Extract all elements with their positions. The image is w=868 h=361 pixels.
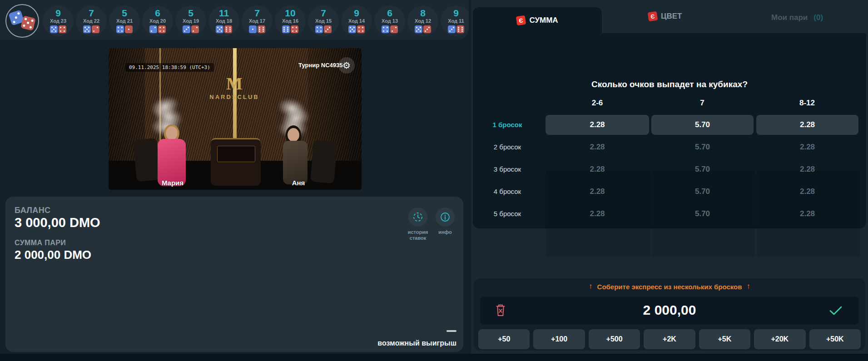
odds-button-2-6[interactable]: 2.28 (546, 182, 649, 202)
roll-history-item[interactable]: 6Ход 13 (374, 2, 405, 38)
odds-button-7[interactable]: 5.70 (651, 115, 754, 135)
column-header-2-6: 2-6 (592, 99, 603, 108)
confirm-bet-button[interactable] (829, 306, 843, 316)
possible-win-value-placeholder (446, 330, 456, 332)
bet-history-button[interactable] (408, 208, 427, 227)
backgammon-board (217, 146, 255, 162)
odds-button-7[interactable]: 5.70 (651, 204, 754, 224)
roll-total: 11 (219, 8, 229, 18)
chip-button-500[interactable]: +500 (589, 329, 640, 349)
roll-history-item[interactable]: 9Ход 11 (441, 2, 469, 38)
roll-history-item[interactable]: 6Ход 20 (142, 2, 173, 38)
blue-die-icon (282, 25, 290, 33)
up-arrow-icon: ↑ (746, 282, 750, 291)
odds-button-2-6[interactable]: 2.28 (546, 137, 649, 157)
odds-button-7[interactable]: 5.70 (651, 182, 754, 202)
odds-button-8-12[interactable]: 2.28 (756, 204, 858, 224)
tab-my-bets[interactable]: Мои пари (0) (771, 13, 823, 22)
red-die-icon (158, 25, 166, 33)
roll-total: 8 (420, 8, 426, 18)
chip-button-5K[interactable]: +5K (699, 329, 750, 349)
roll-history-item[interactable]: 7Ход 17 (242, 2, 273, 38)
chip-button-50K[interactable]: +50K (809, 329, 861, 349)
player-name-left: Мария (162, 179, 184, 187)
odds-button-8-12[interactable]: 2.28 (756, 115, 858, 135)
odds-button-2-6[interactable]: 2.28 (546, 204, 649, 224)
roll-dice (50, 25, 66, 33)
roll-history-item[interactable]: 7Ход 15 (308, 2, 339, 38)
roll-move-label: Ход 11 (448, 18, 464, 24)
stake-sum-value: 2 000,00 DMO (15, 248, 91, 262)
tab-summa-label: СУММА (529, 16, 558, 25)
roll-dice (415, 25, 431, 33)
table-brand-logo: M NARDSCLUB (206, 74, 263, 100)
roll-total: 9 (55, 8, 61, 18)
odds-button-2-6[interactable]: 2.28 (546, 115, 649, 135)
chip-button-20K[interactable]: +20K (754, 329, 805, 349)
chip-button-50[interactable]: +50 (478, 329, 530, 349)
throw-count-label: 4 бросок (471, 182, 544, 202)
brand-mark: M (206, 74, 263, 93)
player-name-right: Аня (292, 179, 305, 187)
chip-button-2K[interactable]: +2K (644, 329, 695, 349)
odds-button-8-12[interactable]: 2.28 (756, 137, 858, 157)
tab-my-bets-label: Мои пари (771, 13, 808, 22)
dice-mode-button[interactable] (5, 4, 39, 38)
bottom-bar (0, 354, 868, 361)
odds-button-8-12[interactable]: 2.28 (756, 182, 858, 202)
tab-summa[interactable]: Є СУММА (471, 7, 604, 33)
red-die-icon (390, 25, 398, 33)
roll-history-list: 9Ход 237Ход 225Ход 216Ход 205Ход 1911Ход… (43, 2, 469, 38)
gear-icon[interactable]: ⚙ (338, 57, 355, 74)
roll-total: 9 (453, 8, 459, 18)
odds-button-2-6[interactable]: 2.28 (546, 159, 649, 179)
red-die-icon (423, 25, 431, 33)
info-button[interactable] (436, 208, 455, 227)
roll-dice (282, 25, 298, 33)
roll-history-item[interactable]: 5Ход 19 (175, 2, 206, 38)
balance-value: 3 000,00 DMO (15, 215, 100, 230)
roll-move-label: Ход 13 (382, 18, 398, 24)
blue-die-icon (149, 25, 157, 33)
video-stream: M NARDSCLUB 09.11.2025 18:38: (109, 48, 362, 190)
bet-amount-input[interactable]: 2 000,00 (480, 302, 859, 318)
red-die-icon (125, 25, 133, 33)
red-die-icon (191, 25, 199, 33)
odds-button-7[interactable]: 5.70 (651, 159, 754, 179)
roll-history-item[interactable]: 10Ход 16 (275, 2, 306, 38)
red-die-icon (357, 25, 365, 33)
info-button-label: инфо (427, 229, 463, 235)
roll-history-item[interactable]: 5Ход 21 (109, 2, 140, 38)
my-bets-count: (0) (813, 13, 823, 22)
roll-total: 6 (155, 8, 160, 18)
column-header-8-12: 8-12 (799, 99, 815, 108)
balance-label: БАЛАНС (15, 206, 51, 215)
odds-button-7[interactable]: 5.70 (651, 137, 754, 157)
roll-total: 7 (254, 8, 260, 18)
roll-move-label: Ход 20 (149, 18, 166, 24)
odds-row-3-бросок: 3 бросок2.285.702.28 (471, 159, 868, 179)
roll-dice (183, 25, 199, 33)
throw-count-label: 3 бросок (471, 159, 544, 179)
tab-tsvet-label: ЦВЕТ (661, 12, 682, 21)
info-icon (440, 212, 451, 223)
tab-tsvet[interactable]: Є ЦВЕТ (648, 12, 682, 21)
roll-history-item[interactable]: 11Ход 18 (208, 2, 239, 38)
roll-history-item[interactable]: 7Ход 22 (76, 2, 107, 38)
roll-total: 9 (354, 8, 359, 18)
odds-row-5-бросок: 5 бросок2.285.702.28 (471, 204, 868, 224)
roll-dice (149, 25, 166, 33)
roll-move-label: Ход 17 (249, 18, 265, 24)
roll-history-item[interactable]: 8Ход 12 (407, 2, 438, 38)
chip-button-100[interactable]: +100 (533, 329, 585, 349)
roll-history-item[interactable]: 9Ход 14 (341, 2, 372, 38)
odds-button-8-12[interactable]: 2.28 (756, 159, 858, 179)
roll-dice (448, 25, 464, 33)
dice-history-strip: 9Ход 237Ход 225Ход 216Ход 205Ход 1911Ход… (0, 0, 469, 40)
roll-history-item[interactable]: 9Ход 23 (43, 2, 74, 38)
tournament-label: Турнир NC4935 (298, 62, 343, 69)
roll-move-label: Ход 22 (83, 18, 99, 24)
roll-move-label: Ход 14 (348, 18, 365, 24)
roll-total: 10 (285, 8, 295, 18)
column-header-7: 7 (700, 99, 704, 108)
